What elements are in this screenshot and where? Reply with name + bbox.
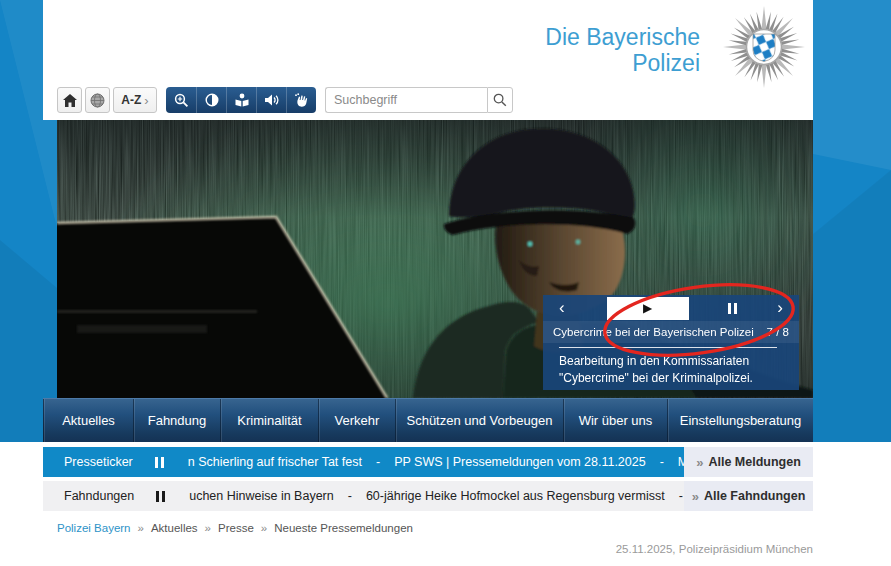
- search-group: [325, 87, 513, 113]
- site-title: Die Bayerische Polizei: [545, 24, 700, 76]
- nav-item-einstellungsberatung[interactable]: Einstellungsberatung: [667, 399, 813, 442]
- ticker-separator: -: [376, 455, 380, 469]
- slide-description-line2: "Cybercrime" bei der Kriminalpolizei.: [559, 370, 787, 387]
- contrast-button[interactable]: [196, 87, 226, 113]
- all-press-releases-button[interactable]: » Alle Meldungen: [684, 447, 813, 477]
- pause-icon: [728, 303, 731, 314]
- page: Die Bayerische Polizei: [0, 0, 891, 566]
- a-z-label: A-Z: [121, 93, 141, 107]
- breadcrumb-neueste-pressemeldungen: Neueste Pressemeldungen: [274, 522, 413, 534]
- page-footer-date: 25.11.2025, Polizeipräsidium München: [43, 543, 813, 555]
- easy-language-icon: [234, 93, 250, 107]
- site-title-line2: Polizei: [545, 50, 700, 76]
- globe-icon: [90, 93, 105, 108]
- search-input[interactable]: [325, 87, 487, 113]
- breadcrumb-separator-icon: »: [138, 522, 144, 534]
- search-icon: [493, 93, 507, 107]
- ticker-item[interactable]: 60-jährige Heike Hofmockel aus Regensbur…: [366, 489, 665, 503]
- header-toolbar: A-Z ›: [57, 87, 513, 113]
- double-chevron-icon: »: [692, 489, 697, 504]
- zoom-in-button[interactable]: [166, 87, 196, 113]
- slide-caption: Cybercrime bei der Bayerischen Polizei: [553, 326, 754, 338]
- all-wanted-button[interactable]: » Alle Fahndungen: [684, 481, 813, 511]
- sign-language-button[interactable]: [286, 87, 316, 113]
- nav-item-fahndung[interactable]: Fahndung: [133, 399, 220, 442]
- ticker-item[interactable]: PP SWS | Pressemeldungen vom 28.11.2025: [394, 455, 646, 469]
- slide-caption-row: Cybercrime bei der Bayerischen Polizei 7…: [543, 321, 799, 343]
- content-column: Die Bayerische Polizei: [43, 0, 813, 555]
- pause-button[interactable]: [728, 303, 737, 314]
- ticker-separator: -: [660, 455, 664, 469]
- wanted-ticker-pause-button[interactable]: [156, 481, 165, 511]
- home-button[interactable]: [57, 87, 82, 113]
- search-button[interactable]: [487, 87, 513, 113]
- hero-slider: ‹ ▶ › Cybercrime bei der Bayerischen Pol…: [57, 120, 813, 398]
- pause-icon: [155, 457, 158, 468]
- ticker-item[interactable]: uchen Hinweise in Bayern: [189, 489, 334, 503]
- next-slide-button[interactable]: ›: [777, 300, 783, 316]
- all-wanted-label: Alle Fahndungen: [704, 489, 805, 503]
- breadcrumb-presse[interactable]: Presse: [218, 522, 254, 534]
- double-chevron-icon: »: [696, 455, 701, 470]
- contrast-icon: [205, 93, 219, 107]
- nav-item-kriminalitaet[interactable]: Kriminalität: [220, 399, 318, 442]
- wanted-ticker-track: uchen Hinweise in Bayern - 60-jährige He…: [189, 481, 684, 511]
- ticker-item[interactable]: n Schierling auf frischer Tat fest: [188, 455, 362, 469]
- audio-icon: [264, 93, 280, 107]
- breadcrumb-polizei-bayern[interactable]: Polizei Bayern: [57, 522, 131, 534]
- audio-button[interactable]: [256, 87, 286, 113]
- main-navigation: Aktuelles Fahndung Kriminalität Verkehr …: [43, 398, 813, 442]
- wanted-ticker-label: Fahndungen: [43, 481, 134, 511]
- site-header: Die Bayerische Polizei: [43, 0, 813, 120]
- chevron-right-icon: ›: [144, 93, 148, 108]
- play-icon: ▶: [643, 302, 652, 314]
- all-press-releases-label: Alle Meldungen: [708, 455, 800, 469]
- bavarian-shield: [753, 34, 775, 62]
- press-ticker-pause-button[interactable]: [155, 447, 164, 477]
- sign-language-icon: [294, 93, 309, 108]
- nav-item-schuetzen-und-vorbeugen[interactable]: Schützen und Vorbeugen: [395, 399, 563, 442]
- press-ticker-label: Presseticker: [43, 447, 133, 477]
- slide-position: 7 / 8: [767, 326, 789, 338]
- pause-icon: [156, 491, 159, 502]
- breadcrumb-separator-icon: »: [205, 522, 211, 534]
- home-icon: [63, 94, 77, 107]
- press-ticker-track: n Schierling auf frischer Tat fest - PP …: [188, 447, 684, 477]
- nav-item-aktuelles[interactable]: Aktuelles: [43, 399, 133, 442]
- wanted-ticker-bar: Fahndungen uchen Hinweise in Bayern - 60…: [43, 481, 813, 511]
- easy-language-button[interactable]: [226, 87, 256, 113]
- zoom-in-icon: [174, 93, 189, 108]
- nav-item-wir-ueber-uns[interactable]: Wir über uns: [563, 399, 667, 442]
- breadcrumb: Polizei Bayern » Aktuelles » Presse » Ne…: [57, 522, 813, 534]
- breadcrumb-aktuelles[interactable]: Aktuelles: [151, 522, 198, 534]
- ticker-separator: -: [348, 489, 352, 503]
- globe-button[interactable]: [85, 87, 110, 113]
- slide-description: Bearbeitung in den Kommissariaten "Cyber…: [543, 348, 799, 387]
- slider-control-panel: ‹ ▶ › Cybercrime bei der Bayerischen Pol…: [543, 295, 799, 390]
- police-star-logo: [722, 5, 806, 89]
- slide-description-line1: Bearbeitung in den Kommissariaten: [559, 353, 787, 370]
- a-z-index-button[interactable]: A-Z ›: [113, 87, 157, 113]
- slider-controls: ‹ ▶ ›: [543, 295, 799, 321]
- previous-slide-button[interactable]: ‹: [559, 300, 565, 316]
- site-title-line1: Die Bayerische: [545, 24, 700, 50]
- accessibility-toolbar: [166, 87, 316, 113]
- press-ticker-bar: Presseticker n Schierling auf frischer T…: [43, 447, 813, 477]
- breadcrumb-separator-icon: »: [261, 522, 267, 534]
- play-button[interactable]: ▶: [607, 297, 689, 320]
- ticker-separator: -: [679, 489, 683, 503]
- nav-item-verkehr[interactable]: Verkehr: [318, 399, 395, 442]
